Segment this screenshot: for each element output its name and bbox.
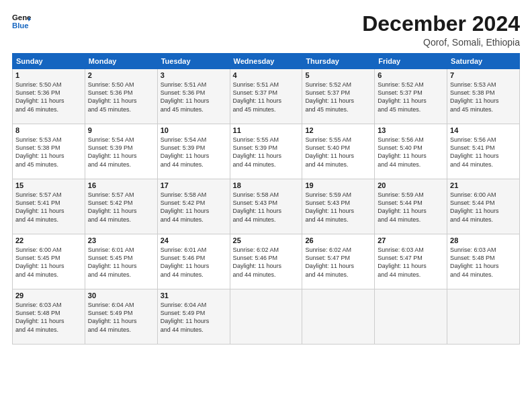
- day-number: 23: [88, 236, 154, 244]
- calendar-day-30: 30Sunrise: 6:04 AM Sunset: 5:49 PM Dayli…: [85, 289, 157, 345]
- calendar-day-28: 28Sunrise: 6:03 AM Sunset: 5:48 PM Dayli…: [447, 234, 520, 289]
- day-number: 17: [161, 181, 227, 189]
- day-number: 22: [15, 236, 82, 244]
- day-number: 15: [15, 181, 82, 189]
- day-number: 14: [450, 126, 517, 134]
- calendar-day-13: 13Sunrise: 5:56 AM Sunset: 5:40 PM Dayli…: [375, 124, 447, 179]
- calendar-day-24: 24Sunrise: 6:01 AM Sunset: 5:46 PM Dayli…: [157, 234, 230, 289]
- calendar-day-25: 25Sunrise: 6:02 AM Sunset: 5:46 PM Dayli…: [230, 234, 302, 289]
- calendar-day-1: 1Sunrise: 5:50 AM Sunset: 5:36 PM Daylig…: [13, 69, 85, 124]
- day-number: 28: [450, 236, 517, 244]
- calendar-week-3: 15Sunrise: 5:57 AM Sunset: 5:41 PM Dayli…: [13, 179, 520, 234]
- day-info: Sunrise: 5:59 AM Sunset: 5:43 PM Dayligh…: [305, 191, 371, 224]
- calendar-day-8: 8Sunrise: 5:53 AM Sunset: 5:38 PM Daylig…: [13, 124, 85, 179]
- day-number: 18: [233, 181, 300, 189]
- day-number: 9: [88, 126, 154, 134]
- day-info: Sunrise: 5:59 AM Sunset: 5:44 PM Dayligh…: [378, 191, 444, 224]
- calendar-day-26: 26Sunrise: 6:02 AM Sunset: 5:47 PM Dayli…: [302, 234, 375, 289]
- day-number: 29: [15, 291, 82, 300]
- calendar-day-empty: [302, 289, 375, 345]
- day-header-tuesday: Tuesday: [157, 54, 230, 69]
- day-number: 19: [305, 181, 371, 189]
- day-info: Sunrise: 5:53 AM Sunset: 5:38 PM Dayligh…: [450, 81, 517, 113]
- svg-text:General: General: [12, 13, 31, 21]
- day-number: 27: [378, 236, 444, 244]
- calendar-day-15: 15Sunrise: 5:57 AM Sunset: 5:41 PM Dayli…: [13, 179, 85, 234]
- day-info: Sunrise: 6:04 AM Sunset: 5:49 PM Dayligh…: [88, 301, 154, 334]
- day-info: Sunrise: 6:02 AM Sunset: 5:46 PM Dayligh…: [233, 246, 300, 279]
- day-info: Sunrise: 6:02 AM Sunset: 5:47 PM Dayligh…: [305, 246, 371, 279]
- day-info: Sunrise: 5:56 AM Sunset: 5:41 PM Dayligh…: [450, 136, 517, 169]
- day-info: Sunrise: 5:50 AM Sunset: 5:36 PM Dayligh…: [15, 81, 82, 113]
- day-info: Sunrise: 5:54 AM Sunset: 5:39 PM Dayligh…: [161, 136, 227, 169]
- day-number: 4: [233, 71, 300, 79]
- day-number: 31: [161, 291, 227, 300]
- day-number: 6: [378, 71, 444, 79]
- calendar-day-11: 11Sunrise: 5:55 AM Sunset: 5:39 PM Dayli…: [230, 124, 302, 179]
- day-number: 13: [378, 126, 444, 134]
- day-number: 16: [88, 181, 154, 189]
- day-info: Sunrise: 5:51 AM Sunset: 5:37 PM Dayligh…: [233, 81, 300, 113]
- calendar-subtitle: Qorof, Somali, Ethiopia: [362, 37, 520, 48]
- calendar-table: SundayMondayTuesdayWednesdayThursdayFrid…: [12, 53, 520, 345]
- calendar-week-1: 1Sunrise: 5:50 AM Sunset: 5:36 PM Daylig…: [13, 69, 520, 124]
- day-number: 12: [305, 126, 371, 134]
- day-number: 24: [161, 236, 227, 244]
- calendar-day-4: 4Sunrise: 5:51 AM Sunset: 5:37 PM Daylig…: [230, 69, 302, 124]
- svg-text:Blue: Blue: [12, 21, 29, 30]
- day-info: Sunrise: 5:52 AM Sunset: 5:37 PM Dayligh…: [305, 81, 371, 113]
- day-number: 11: [233, 126, 300, 134]
- calendar-day-22: 22Sunrise: 6:00 AM Sunset: 5:45 PM Dayli…: [13, 234, 85, 289]
- calendar-day-16: 16Sunrise: 5:57 AM Sunset: 5:42 PM Dayli…: [85, 179, 157, 234]
- day-info: Sunrise: 6:01 AM Sunset: 5:45 PM Dayligh…: [88, 246, 154, 279]
- day-number: 8: [15, 126, 82, 134]
- day-info: Sunrise: 5:57 AM Sunset: 5:41 PM Dayligh…: [15, 191, 82, 224]
- day-info: Sunrise: 6:00 AM Sunset: 5:45 PM Dayligh…: [15, 246, 82, 279]
- day-info: Sunrise: 5:58 AM Sunset: 5:43 PM Dayligh…: [233, 191, 300, 224]
- calendar-day-2: 2Sunrise: 5:50 AM Sunset: 5:36 PM Daylig…: [85, 69, 157, 124]
- calendar-day-29: 29Sunrise: 6:03 AM Sunset: 5:48 PM Dayli…: [13, 289, 85, 345]
- calendar-week-2: 8Sunrise: 5:53 AM Sunset: 5:38 PM Daylig…: [13, 124, 520, 179]
- logo-icon: General Blue: [12, 12, 31, 31]
- day-number: 10: [161, 126, 227, 134]
- calendar-day-empty: [230, 289, 302, 345]
- calendar-day-10: 10Sunrise: 5:54 AM Sunset: 5:39 PM Dayli…: [157, 124, 230, 179]
- calendar-day-19: 19Sunrise: 5:59 AM Sunset: 5:43 PM Dayli…: [302, 179, 375, 234]
- day-header-wednesday: Wednesday: [230, 54, 302, 69]
- day-info: Sunrise: 5:52 AM Sunset: 5:37 PM Dayligh…: [378, 81, 444, 113]
- day-info: Sunrise: 6:01 AM Sunset: 5:46 PM Dayligh…: [161, 246, 227, 279]
- calendar-day-3: 3Sunrise: 5:51 AM Sunset: 5:36 PM Daylig…: [157, 69, 230, 124]
- day-info: Sunrise: 5:55 AM Sunset: 5:40 PM Dayligh…: [305, 136, 371, 169]
- day-number: 21: [450, 181, 517, 189]
- calendar-page: General Blue December 2024 Qorof, Somali…: [0, 0, 532, 411]
- calendar-day-23: 23Sunrise: 6:01 AM Sunset: 5:45 PM Dayli…: [85, 234, 157, 289]
- day-number: 20: [378, 181, 444, 189]
- day-number: 26: [305, 236, 371, 244]
- day-info: Sunrise: 5:50 AM Sunset: 5:36 PM Dayligh…: [88, 81, 154, 113]
- day-info: Sunrise: 6:04 AM Sunset: 5:49 PM Dayligh…: [161, 301, 227, 334]
- header-row: SundayMondayTuesdayWednesdayThursdayFrid…: [13, 54, 520, 69]
- day-number: 30: [88, 291, 154, 300]
- day-info: Sunrise: 6:03 AM Sunset: 5:47 PM Dayligh…: [378, 246, 444, 279]
- day-info: Sunrise: 5:51 AM Sunset: 5:36 PM Dayligh…: [161, 81, 227, 113]
- day-header-sunday: Sunday: [13, 54, 85, 69]
- calendar-week-4: 22Sunrise: 6:00 AM Sunset: 5:45 PM Dayli…: [13, 234, 520, 289]
- calendar-day-6: 6Sunrise: 5:52 AM Sunset: 5:37 PM Daylig…: [375, 69, 447, 124]
- day-header-friday: Friday: [375, 54, 447, 69]
- calendar-week-5: 29Sunrise: 6:03 AM Sunset: 5:48 PM Dayli…: [13, 289, 520, 345]
- calendar-title: December 2024: [362, 12, 520, 36]
- day-number: 5: [305, 71, 371, 79]
- calendar-day-5: 5Sunrise: 5:52 AM Sunset: 5:37 PM Daylig…: [302, 69, 375, 124]
- header: General Blue December 2024 Qorof, Somali…: [12, 12, 520, 48]
- day-number: 25: [233, 236, 300, 244]
- day-info: Sunrise: 5:55 AM Sunset: 5:39 PM Dayligh…: [233, 136, 300, 169]
- day-header-thursday: Thursday: [302, 54, 375, 69]
- calendar-day-9: 9Sunrise: 5:54 AM Sunset: 5:39 PM Daylig…: [85, 124, 157, 179]
- day-info: Sunrise: 5:58 AM Sunset: 5:42 PM Dayligh…: [161, 191, 227, 224]
- calendar-day-7: 7Sunrise: 5:53 AM Sunset: 5:38 PM Daylig…: [447, 69, 520, 124]
- calendar-day-17: 17Sunrise: 5:58 AM Sunset: 5:42 PM Dayli…: [157, 179, 230, 234]
- day-info: Sunrise: 5:57 AM Sunset: 5:42 PM Dayligh…: [88, 191, 154, 224]
- day-info: Sunrise: 6:00 AM Sunset: 5:44 PM Dayligh…: [450, 191, 517, 224]
- calendar-day-21: 21Sunrise: 6:00 AM Sunset: 5:44 PM Dayli…: [447, 179, 520, 234]
- title-block: December 2024 Qorof, Somali, Ethiopia: [362, 12, 520, 48]
